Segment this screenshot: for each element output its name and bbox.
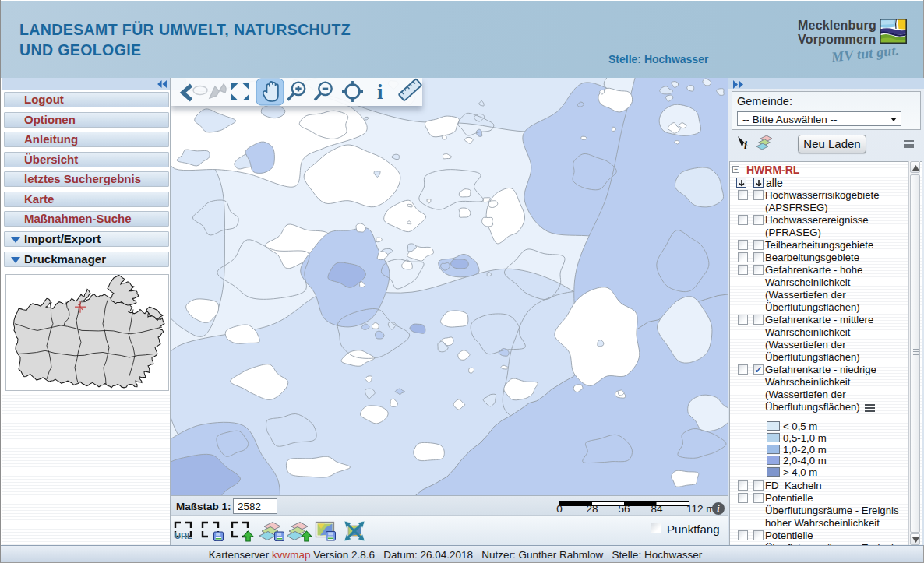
svg-text:i: i [744, 139, 747, 150]
svg-text:URL: URL [175, 531, 192, 540]
svg-text:i: i [377, 80, 383, 104]
